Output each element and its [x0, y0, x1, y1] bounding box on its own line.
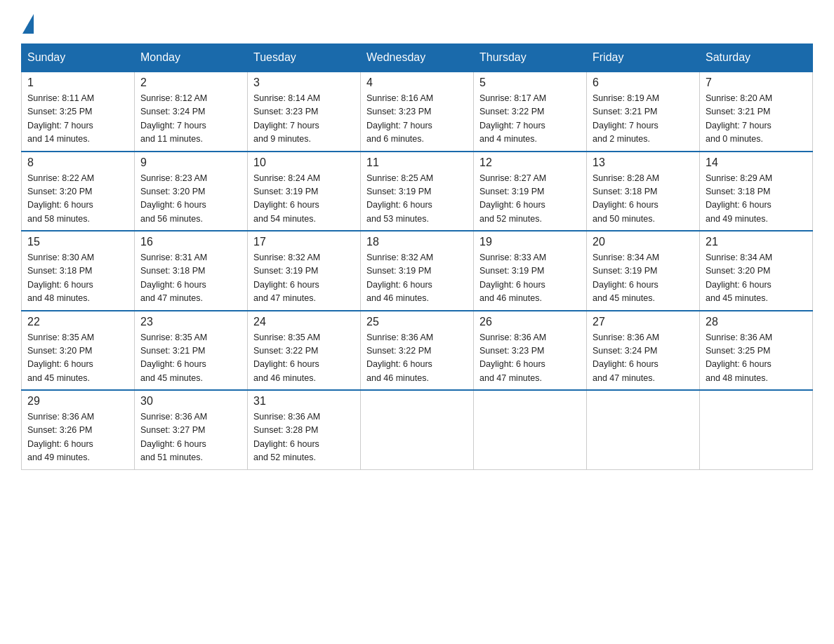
- calendar-cell: 21Sunrise: 8:34 AMSunset: 3:20 PMDayligh…: [700, 231, 813, 311]
- calendar-table: SundayMondayTuesdayWednesdayThursdayFrid…: [21, 43, 813, 470]
- day-info: Sunrise: 8:34 AMSunset: 3:20 PMDaylight:…: [706, 251, 807, 306]
- day-info: Sunrise: 8:27 AMSunset: 3:19 PMDaylight:…: [479, 172, 581, 227]
- calendar-cell: 22Sunrise: 8:35 AMSunset: 3:20 PMDayligh…: [22, 311, 135, 391]
- day-number: 5: [479, 76, 581, 89]
- day-info: Sunrise: 8:22 AMSunset: 3:20 PMDaylight:…: [27, 172, 128, 227]
- calendar-cell: 13Sunrise: 8:28 AMSunset: 3:18 PMDayligh…: [587, 152, 700, 232]
- day-info: Sunrise: 8:25 AMSunset: 3:19 PMDaylight:…: [366, 172, 468, 227]
- day-number: 14: [706, 156, 807, 169]
- calendar-cell: 30Sunrise: 8:36 AMSunset: 3:27 PMDayligh…: [135, 390, 248, 469]
- day-info: Sunrise: 8:20 AMSunset: 3:21 PMDaylight:…: [706, 92, 807, 147]
- calendar-cell: 27Sunrise: 8:36 AMSunset: 3:24 PMDayligh…: [587, 311, 700, 391]
- day-number: 6: [593, 76, 694, 89]
- day-number: 18: [366, 236, 468, 248]
- day-info: Sunrise: 8:35 AMSunset: 3:21 PMDaylight:…: [140, 331, 241, 386]
- day-number: 26: [479, 316, 581, 328]
- day-info: Sunrise: 8:36 AMSunset: 3:28 PMDaylight:…: [253, 410, 355, 465]
- calendar-cell: 23Sunrise: 8:35 AMSunset: 3:21 PMDayligh…: [135, 311, 248, 391]
- day-number: 21: [706, 236, 807, 248]
- day-number: 23: [140, 316, 241, 328]
- day-number: 7: [706, 76, 807, 89]
- day-info: Sunrise: 8:30 AMSunset: 3:18 PMDaylight:…: [27, 251, 128, 306]
- day-info: Sunrise: 8:33 AMSunset: 3:19 PMDaylight:…: [479, 251, 581, 306]
- day-info: Sunrise: 8:14 AMSunset: 3:23 PMDaylight:…: [253, 92, 355, 147]
- day-info: Sunrise: 8:34 AMSunset: 3:19 PMDaylight:…: [593, 251, 694, 306]
- day-number: 28: [706, 316, 807, 328]
- day-number: 8: [27, 156, 128, 169]
- day-info: Sunrise: 8:36 AMSunset: 3:26 PMDaylight:…: [27, 410, 128, 465]
- day-info: Sunrise: 8:11 AMSunset: 3:25 PMDaylight:…: [27, 92, 128, 147]
- day-number: 17: [253, 236, 355, 248]
- day-info: Sunrise: 8:36 AMSunset: 3:25 PMDaylight:…: [706, 331, 807, 386]
- day-info: Sunrise: 8:23 AMSunset: 3:20 PMDaylight:…: [140, 172, 241, 227]
- calendar-cell: 10Sunrise: 8:24 AMSunset: 3:19 PMDayligh…: [248, 152, 361, 232]
- day-info: Sunrise: 8:19 AMSunset: 3:21 PMDaylight:…: [593, 92, 694, 147]
- day-number: 3: [253, 76, 355, 89]
- logo: [21, 14, 34, 31]
- day-number: 4: [366, 76, 468, 89]
- column-header-saturday: Saturday: [700, 44, 813, 72]
- calendar-cell: 31Sunrise: 8:36 AMSunset: 3:28 PMDayligh…: [248, 390, 361, 469]
- calendar-week-row: 8Sunrise: 8:22 AMSunset: 3:20 PMDaylight…: [22, 152, 813, 232]
- calendar-week-row: 15Sunrise: 8:30 AMSunset: 3:18 PMDayligh…: [22, 231, 813, 311]
- calendar-cell: 8Sunrise: 8:22 AMSunset: 3:20 PMDaylight…: [22, 152, 135, 232]
- day-number: 2: [140, 76, 241, 89]
- calendar-cell: 29Sunrise: 8:36 AMSunset: 3:26 PMDayligh…: [22, 390, 135, 469]
- logo-triangle-icon: [22, 14, 34, 34]
- column-header-thursday: Thursday: [474, 44, 587, 72]
- day-number: 12: [479, 156, 581, 169]
- header: [21, 14, 813, 31]
- day-number: 25: [366, 316, 468, 328]
- day-number: 13: [593, 156, 694, 169]
- day-number: 1: [27, 76, 128, 89]
- day-number: 27: [593, 316, 694, 328]
- column-header-monday: Monday: [135, 44, 248, 72]
- day-info: Sunrise: 8:36 AMSunset: 3:27 PMDaylight:…: [140, 410, 241, 465]
- calendar-cell: 16Sunrise: 8:31 AMSunset: 3:18 PMDayligh…: [135, 231, 248, 311]
- calendar-week-row: 29Sunrise: 8:36 AMSunset: 3:26 PMDayligh…: [22, 390, 813, 469]
- day-info: Sunrise: 8:24 AMSunset: 3:19 PMDaylight:…: [253, 172, 355, 227]
- calendar-cell: 9Sunrise: 8:23 AMSunset: 3:20 PMDaylight…: [135, 152, 248, 232]
- day-info: Sunrise: 8:12 AMSunset: 3:24 PMDaylight:…: [140, 92, 241, 147]
- day-number: 15: [27, 236, 128, 248]
- day-number: 19: [479, 236, 581, 248]
- calendar-cell: [361, 390, 474, 469]
- calendar-cell: 18Sunrise: 8:32 AMSunset: 3:19 PMDayligh…: [361, 231, 474, 311]
- calendar-cell: 3Sunrise: 8:14 AMSunset: 3:23 PMDaylight…: [248, 72, 361, 152]
- day-number: 24: [253, 316, 355, 328]
- calendar-cell: 5Sunrise: 8:17 AMSunset: 3:22 PMDaylight…: [474, 72, 587, 152]
- day-number: 11: [366, 156, 468, 169]
- day-number: 16: [140, 236, 241, 248]
- day-info: Sunrise: 8:35 AMSunset: 3:22 PMDaylight:…: [253, 331, 355, 386]
- calendar-cell: 19Sunrise: 8:33 AMSunset: 3:19 PMDayligh…: [474, 231, 587, 311]
- day-info: Sunrise: 8:28 AMSunset: 3:18 PMDaylight:…: [593, 172, 694, 227]
- calendar-cell: 24Sunrise: 8:35 AMSunset: 3:22 PMDayligh…: [248, 311, 361, 391]
- column-header-sunday: Sunday: [22, 44, 135, 72]
- calendar-cell: 20Sunrise: 8:34 AMSunset: 3:19 PMDayligh…: [587, 231, 700, 311]
- day-number: 29: [27, 395, 128, 408]
- column-header-tuesday: Tuesday: [248, 44, 361, 72]
- day-info: Sunrise: 8:36 AMSunset: 3:23 PMDaylight:…: [479, 331, 581, 386]
- day-number: 20: [593, 236, 694, 248]
- calendar-cell: 28Sunrise: 8:36 AMSunset: 3:25 PMDayligh…: [700, 311, 813, 391]
- day-info: Sunrise: 8:32 AMSunset: 3:19 PMDaylight:…: [366, 251, 468, 306]
- day-info: Sunrise: 8:31 AMSunset: 3:18 PMDaylight:…: [140, 251, 241, 306]
- calendar-cell: 15Sunrise: 8:30 AMSunset: 3:18 PMDayligh…: [22, 231, 135, 311]
- day-info: Sunrise: 8:16 AMSunset: 3:23 PMDaylight:…: [366, 92, 468, 147]
- column-header-friday: Friday: [587, 44, 700, 72]
- day-number: 9: [140, 156, 241, 169]
- calendar-week-row: 22Sunrise: 8:35 AMSunset: 3:20 PMDayligh…: [22, 311, 813, 391]
- calendar-cell: 6Sunrise: 8:19 AMSunset: 3:21 PMDaylight…: [587, 72, 700, 152]
- calendar-cell: 12Sunrise: 8:27 AMSunset: 3:19 PMDayligh…: [474, 152, 587, 232]
- column-header-wednesday: Wednesday: [361, 44, 474, 72]
- day-info: Sunrise: 8:35 AMSunset: 3:20 PMDaylight:…: [27, 331, 128, 386]
- calendar-cell: 7Sunrise: 8:20 AMSunset: 3:21 PMDaylight…: [700, 72, 813, 152]
- day-number: 22: [27, 316, 128, 328]
- day-number: 31: [253, 395, 355, 408]
- day-info: Sunrise: 8:17 AMSunset: 3:22 PMDaylight:…: [479, 92, 581, 147]
- calendar-cell: [474, 390, 587, 469]
- calendar-cell: [587, 390, 700, 469]
- day-number: 10: [253, 156, 355, 169]
- calendar-cell: 1Sunrise: 8:11 AMSunset: 3:25 PMDaylight…: [22, 72, 135, 152]
- calendar-cell: [700, 390, 813, 469]
